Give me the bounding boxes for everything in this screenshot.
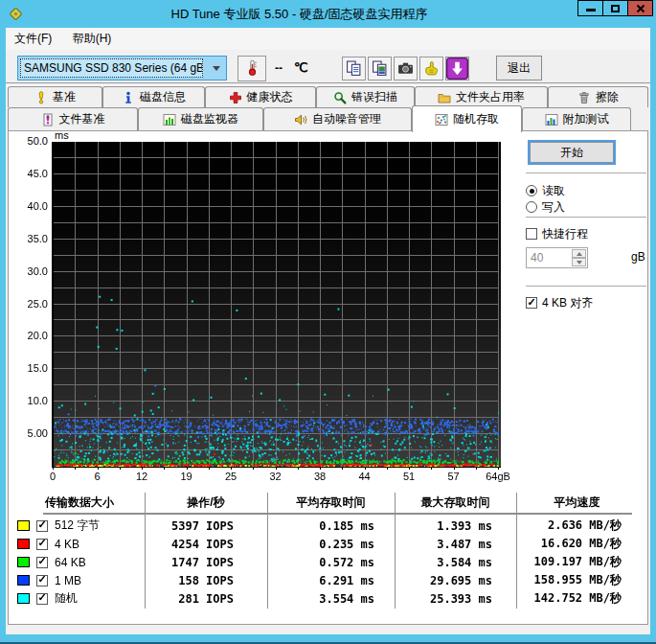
- series-checkbox[interactable]: [36, 593, 48, 605]
- table-cell-ops: 4254 IOPS: [145, 538, 267, 551]
- tab-label: 磁盘监视器: [181, 111, 238, 127]
- align-row[interactable]: 4 KB 对齐: [526, 296, 593, 310]
- erase-icon: [577, 91, 591, 104]
- divider: [526, 286, 646, 289]
- capacity-spinner[interactable]: 40: [526, 247, 588, 268]
- tab-disk-info[interactable]: 磁盘信息: [102, 86, 205, 107]
- series-label: 64 KB: [55, 556, 86, 569]
- copy-text-icon-button[interactable]: [342, 57, 366, 80]
- series-checkbox[interactable]: [36, 539, 48, 550]
- align-checkbox[interactable]: [526, 297, 537, 309]
- table-cell-avg_access: 0.185 ms: [267, 519, 395, 533]
- copy-image-icon: [372, 60, 388, 77]
- tab-benchmark[interactable]: 基准: [8, 86, 102, 107]
- axis-tick: [454, 467, 455, 470]
- table-cell-ops: 1747 IOPS: [145, 556, 267, 569]
- table-cell-avg_access: 0.572 ms: [267, 556, 395, 569]
- tab-error-scan[interactable]: 错误扫描: [316, 86, 415, 107]
- table-cell-avg_access: 3.554 ms: [267, 592, 395, 606]
- random-access-icon: [435, 113, 448, 126]
- x-tick-label: 57: [436, 471, 472, 482]
- update-icon-button[interactable]: [445, 57, 469, 80]
- toolbar-icons: [342, 57, 469, 80]
- series-checkbox[interactable]: [36, 557, 48, 568]
- x-tick-label: 6: [79, 471, 116, 482]
- y-tick-label: 45.0: [10, 168, 48, 179]
- temperature-unit: ℃: [294, 60, 308, 75]
- drive-selector[interactable]: SAMSUNG SSD 830 Series (64 gB): [17, 56, 227, 80]
- tab-row-2: 文件基准磁盘监视器自动噪音管理随机存取附加测试: [8, 107, 631, 130]
- write-radio[interactable]: [526, 201, 537, 213]
- axis-tick: [53, 467, 54, 470]
- capacity-unit: gB: [631, 250, 645, 264]
- table-header-cell: 平均速度: [516, 494, 638, 511]
- spinner-down-button[interactable]: [572, 258, 586, 266]
- temperature-button[interactable]: [238, 56, 266, 81]
- maximize-button[interactable]: [602, 0, 628, 16]
- menu-file[interactable]: 文件(F): [6, 28, 60, 50]
- read-radio-row[interactable]: 读取: [526, 184, 565, 197]
- table-cell-max_access: 29.695 ms: [395, 574, 516, 587]
- tab-label: 健康状态: [247, 89, 293, 105]
- exit-button[interactable]: 退出: [496, 56, 542, 80]
- tab-label: 基准: [53, 89, 76, 105]
- table-cell-avg_access: 6.291 ms: [267, 574, 395, 587]
- tab-extra-tests[interactable]: 附加测试: [522, 107, 631, 130]
- axis-tick: [387, 467, 388, 470]
- axis-tick: [342, 467, 343, 470]
- x-tick-label: 0: [34, 471, 71, 482]
- close-button[interactable]: [627, 0, 653, 16]
- series-checkbox[interactable]: [36, 520, 48, 532]
- file-benchmark-icon: [41, 113, 55, 126]
- tab-health[interactable]: 健康状态: [205, 86, 316, 107]
- read-radio[interactable]: [526, 185, 537, 196]
- x-tick-label: 19: [169, 471, 205, 482]
- tab-label: 擦除: [596, 89, 619, 105]
- hand-icon-button[interactable]: [419, 57, 443, 80]
- y-tick-label: 30.0: [10, 265, 48, 277]
- series-swatch: [17, 593, 30, 604]
- table-cell-max_access: 25.393 ms: [395, 592, 516, 606]
- spinner-up-button[interactable]: [572, 249, 586, 258]
- header-underline: [43, 513, 632, 515]
- table-cell-avg_speed: 142.752 MB/秒: [516, 590, 638, 607]
- axis-tick: [209, 467, 210, 470]
- tab-label: 磁盘信息: [140, 89, 186, 105]
- chevron-down-icon: [213, 66, 220, 71]
- window-title: HD Tune 专业版 5.50 - 硬盘/固态硬盘实用程序: [38, 6, 560, 23]
- tab-disk-monitor[interactable]: 磁盘监视器: [138, 107, 263, 130]
- y-tick-label: 25.0: [10, 298, 48, 310]
- camera-icon-button[interactable]: [394, 57, 418, 80]
- write-radio-row[interactable]: 写入: [526, 200, 565, 214]
- tab-erase[interactable]: 擦除: [548, 86, 648, 107]
- copy-image-icon-button[interactable]: [368, 57, 392, 80]
- series-checkbox[interactable]: [36, 575, 48, 586]
- tab-file-benchmark[interactable]: 文件基准: [8, 107, 138, 130]
- table-cell-ops: 5397 IOPS: [145, 519, 267, 533]
- table-header: 传输数据大小操作/秒平均存取时间最大存取时间平均速度: [14, 493, 638, 513]
- axis-tick: [409, 467, 410, 470]
- table-row: 64 KB1747 IOPS0.572 ms3.584 ms109.197 MB…: [14, 553, 638, 571]
- axis-tick: [253, 467, 254, 470]
- axis-tick: [187, 467, 188, 470]
- start-button[interactable]: 开始: [530, 142, 614, 163]
- error-scan-icon: [333, 91, 347, 104]
- scatter-plot: [52, 142, 501, 468]
- align-label: 4 KB 对齐: [542, 295, 593, 311]
- short-stroke-checkbox[interactable]: [526, 228, 537, 240]
- temperature-value: --: [275, 61, 283, 75]
- menu-help[interactable]: 帮助(H): [64, 28, 121, 50]
- tab-aam[interactable]: 自动噪音管理: [263, 107, 412, 130]
- series-swatch: [17, 557, 30, 567]
- y-tick-label: 5.00: [10, 427, 48, 439]
- minimize-button[interactable]: [577, 0, 603, 16]
- table-row: 512 字节5397 IOPS0.185 ms1.393 ms2.636 MB/…: [14, 517, 638, 535]
- tab-random-access[interactable]: 随机存取: [412, 105, 522, 132]
- benchmark-icon: [34, 91, 48, 104]
- tab-folder-usage[interactable]: 文件夹占用率: [415, 86, 548, 107]
- tab-label: 随机存取: [453, 111, 499, 127]
- series-label: 1 MB: [55, 574, 81, 587]
- update-icon: [446, 58, 468, 80]
- short-stroke-row[interactable]: 快捷行程: [526, 227, 588, 241]
- folder-icon: [438, 91, 451, 104]
